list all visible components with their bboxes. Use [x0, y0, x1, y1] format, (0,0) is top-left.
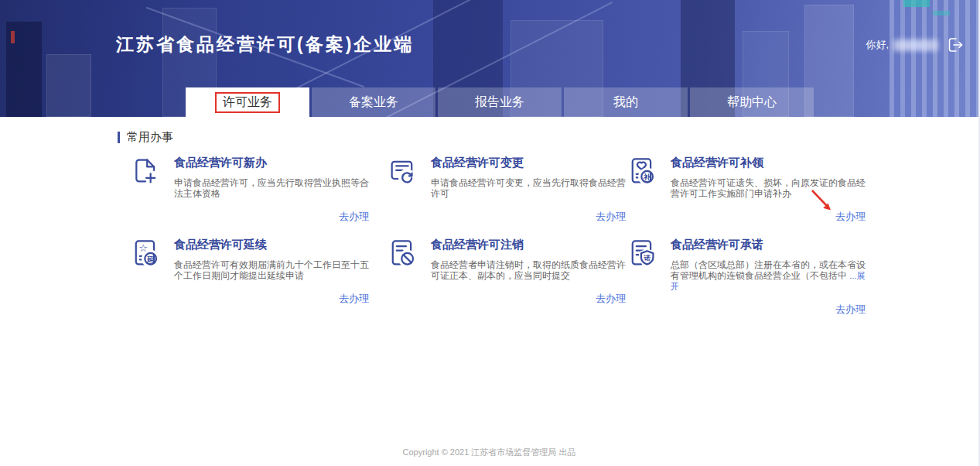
card-body: 食品经营许可补领 食品经营许可证遗失、损坏，向原发证的食品经营许可工作实施部门申… — [671, 153, 866, 224]
footer-copyright: Copyright © 2021 江苏省市场监督管理局 出品 — [0, 447, 978, 458]
card-description: 申请食品经营许可变更，应当先行取得食品经营许可 — [431, 177, 626, 199]
go-handle-link[interactable]: 去办理 — [596, 211, 626, 222]
card-title: 食品经营许可延续 — [174, 235, 369, 259]
card-license-promise: 诺 食品经营许可承诺 总部（含区域总部）注册在本省的，或在本省设有管理机构的连锁… — [627, 235, 890, 310]
tab-label: 备案业务 — [349, 94, 398, 111]
tab-filing-business[interactable]: 备案业务 — [312, 87, 435, 117]
card-body: 食品经营许可新办 申请食品经营许可，应当先行取得营业执照等合法主体资格 去办理 — [174, 153, 369, 224]
main-nav-tabs: 许可业务 备案业务 报告业务 我的 帮助中心 — [186, 87, 814, 117]
tab-report-business[interactable]: 报告业务 — [438, 87, 562, 117]
go-handle-link[interactable]: 去办理 — [835, 303, 866, 315]
page-title: 江苏省食品经营许可(备案)企业端 — [116, 33, 414, 57]
tab-mine[interactable]: 我的 — [564, 87, 688, 117]
card-body: 食品经营许可注销 食品经营者申请注销时，取得的纸质食品经营许可证正本、副本的，应… — [431, 235, 626, 306]
service-card-grid: 食品经营许可新办 申请食品经营许可，应当先行取得营业执照等合法主体资格 去办理 — [130, 153, 890, 310]
go-handle-link[interactable]: 去办理 — [339, 211, 369, 222]
section-header: 常用办事 — [118, 130, 173, 145]
svg-text:延: 延 — [146, 255, 155, 263]
document-heart-reissue-icon: 补 — [627, 156, 657, 187]
go-handle-link[interactable]: 去办理 — [339, 293, 369, 304]
greeting-label: 你好, — [866, 38, 889, 52]
card-license-cancel: 食品经营许可注销 食品经营者申请注销时，取得的纸质食品经营许可证正本、副本的，应… — [387, 235, 627, 310]
annotation-arrow-icon — [807, 188, 838, 218]
svg-text:诺: 诺 — [644, 254, 651, 262]
tab-label: 许可业务 — [223, 95, 272, 108]
tab-license-business[interactable]: 许可业务 — [186, 87, 309, 117]
document-star-renew-icon: ☆ 延 — [130, 238, 161, 269]
card-body: 食品经营许可变更 申请食品经营许可变更，应当先行取得食品经营许可 去办理 — [431, 153, 626, 224]
annotation-red-box: 许可业务 — [215, 92, 280, 113]
document-plus-icon — [130, 156, 161, 187]
document-shield-promise-icon: 诺 — [627, 238, 657, 269]
tab-help-center[interactable]: 帮助中心 — [690, 87, 814, 117]
card-title: 食品经营许可注销 — [431, 235, 626, 259]
header-banner: 江苏省食品经营许可(备案)企业端 你好, 许可业务 备案业务 — [0, 0, 978, 117]
card-description: 食品经营许可有效期届满前九十个工作日至十五个工作日期间才能提出延续申请 — [174, 259, 369, 281]
logout-button[interactable] — [946, 36, 965, 54]
card-description: 食品经营者申请注销时，取得的纸质食品经营许可证正本、副本的，应当同时提交 — [431, 259, 626, 281]
user-area: 你好, — [866, 36, 965, 54]
tab-label: 报告业务 — [475, 94, 524, 111]
card-body: 食品经营许可延续 食品经营许可有效期届满前九十个工作日至十五个工作日期间才能提出… — [174, 235, 369, 306]
card-license-change: 食品经营许可变更 申请食品经营许可变更，应当先行取得食品经营许可 去办理 — [387, 153, 627, 228]
section-title: 常用办事 — [127, 130, 173, 145]
card-description-text: 总部（含区域总部）注册在本省的，或在本省设有管理机构的连锁食品经营企业（不包括中 — [671, 259, 866, 281]
card-description: 总部（含区域总部）注册在本省的，或在本省设有管理机构的连锁食品经营企业（不包括中… — [671, 259, 866, 292]
card-description: 申请食品经营许可，应当先行取得营业执照等合法主体资格 — [174, 177, 369, 199]
tab-label: 我的 — [613, 94, 638, 111]
card-license-renewal: ☆ 延 食品经营许可延续 食品经营许可有效期届满前九十个工作日至十五个工作日期间… — [130, 235, 387, 310]
document-refresh-icon — [387, 156, 418, 187]
section-accent-bar — [118, 132, 120, 143]
go-handle-link[interactable]: 去办理 — [835, 211, 866, 222]
card-title: 食品经营许可新办 — [174, 153, 369, 177]
logout-icon — [946, 36, 965, 54]
card-title: 食品经营许可变更 — [431, 153, 626, 177]
tab-label: 帮助中心 — [727, 94, 777, 111]
card-title: 食品经营许可承诺 — [671, 235, 866, 259]
username-redacted — [893, 39, 938, 51]
card-license-new: 食品经营许可新办 申请食品经营许可，应当先行取得营业执照等合法主体资格 去办理 — [130, 153, 387, 228]
go-handle-link[interactable]: 去办理 — [596, 293, 626, 304]
document-prohibit-icon — [387, 238, 418, 269]
app-window: 江苏省食品经营许可(备案)企业端 你好, 许可业务 备案业务 — [0, 0, 980, 466]
card-license-reissue: 补 食品经营许可补领 食品经营许可证遗失、损坏，向原发证的食品经营许可工作实施部… — [627, 153, 890, 228]
card-title: 食品经营许可补领 — [671, 153, 866, 177]
card-body: 食品经营许可承诺 总部（含区域总部）注册在本省的，或在本省设有管理机构的连锁食品… — [671, 235, 866, 317]
svg-text:补: 补 — [643, 173, 651, 181]
